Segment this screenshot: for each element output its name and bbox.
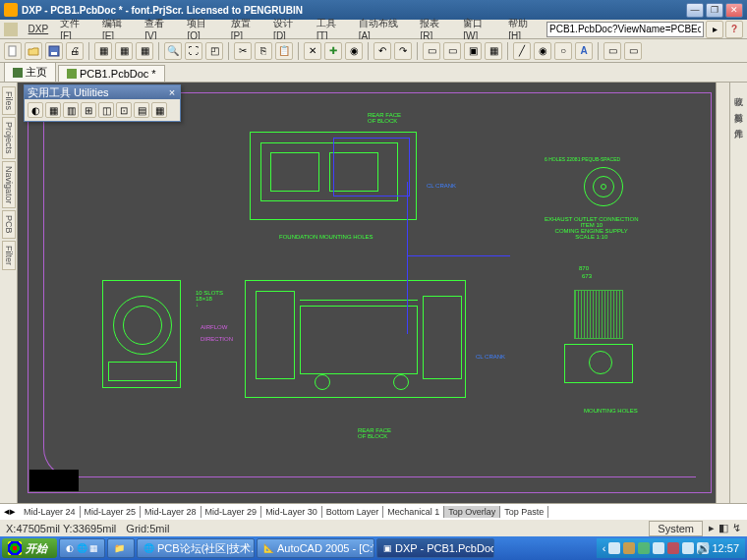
minimize-button[interactable]: — <box>686 3 704 18</box>
tray-clock[interactable]: 12:57 <box>712 542 739 554</box>
tray-chevron-icon[interactable]: ‹ <box>603 542 606 554</box>
pcb-canvas[interactable]: 实用工具 Utilities× ◐ ▦ ▥ ⊞ ◫ ⊡ ▤ ▦ REA <box>18 83 729 503</box>
line-icon[interactable]: ╱ <box>513 42 531 60</box>
menu-dxp[interactable]: DXP <box>24 22 54 36</box>
windows-logo-icon <box>8 541 22 555</box>
tab-pcbdoc[interactable]: PCB1.PcbDoc * <box>58 65 165 82</box>
label-mounting-holes: MOUNTING HOLES <box>584 408 638 414</box>
util-icon[interactable]: ▥ <box>63 102 79 118</box>
drawing-flange-circle <box>584 167 623 206</box>
drawing-end-view <box>554 280 653 398</box>
maximize-button[interactable]: ❐ <box>706 3 723 18</box>
app-icon <box>4 3 18 17</box>
tray-icon[interactable] <box>667 542 679 554</box>
drawing-side-view <box>245 280 466 398</box>
rect-icon[interactable]: ▭ <box>603 42 621 60</box>
close-button[interactable]: ✕ <box>725 3 743 18</box>
lefttab-files[interactable]: Files <box>2 86 16 115</box>
save-icon[interactable] <box>45 42 63 60</box>
via-icon[interactable]: ◉ <box>534 42 551 60</box>
pad-icon[interactable]: ○ <box>554 42 572 60</box>
zoom-area-icon[interactable]: ◰ <box>205 42 223 60</box>
layertab[interactable]: Mechanical 1 <box>383 506 444 518</box>
cross-icon[interactable]: ✕ <box>304 42 321 60</box>
tool-icon[interactable]: ◉ <box>345 42 363 60</box>
label-rear-face: REAR FACE OF BLOCK <box>368 112 401 124</box>
tool-icon[interactable]: ▦ <box>94 42 112 60</box>
tray-icon[interactable] <box>623 542 635 554</box>
copy-icon[interactable]: ⎘ <box>255 42 272 60</box>
open-go-button[interactable]: ▸ <box>706 21 723 38</box>
zoom-icon[interactable]: 🔍 <box>164 42 182 60</box>
status-mask-icon[interactable]: ◧ <box>718 522 728 534</box>
tray-icon[interactable] <box>608 542 620 554</box>
tray-icon[interactable] <box>653 542 664 554</box>
lefttab-pcb[interactable]: PCB <box>2 210 16 239</box>
layertab[interactable]: Bottom Layer <box>322 506 384 518</box>
zoom-fit-icon[interactable]: ⛶ <box>185 42 202 60</box>
util-icon[interactable]: ▦ <box>45 102 61 118</box>
righttab-clipboard[interactable]: 剪贴板 <box>731 102 746 110</box>
layertab[interactable]: Mid-Layer 29 <box>201 506 262 518</box>
util-icon[interactable]: ◫ <box>98 102 114 118</box>
layertab[interactable]: Mid-Layer 28 <box>141 506 201 518</box>
menu-bar: DXP 文件[F] 编辑[E] 查看[V] 项目[O] 放置[P] 设计[D] … <box>0 20 747 39</box>
system-tray[interactable]: ‹ 🔊 12:57 <box>597 538 745 558</box>
layertab[interactable]: Mid-Layer 30 <box>261 506 322 518</box>
lefttab-projects[interactable]: Projects <box>2 117 16 159</box>
taskbar-item[interactable]: 🌐PCB论坛(社区|技术... <box>137 538 255 558</box>
tool-icon[interactable]: ▭ <box>443 42 461 60</box>
taskbar-item[interactable]: 📁 <box>107 538 135 558</box>
open-icon[interactable] <box>25 42 42 60</box>
document-tabs: 主页 PCB1.PcbDoc * <box>0 63 747 83</box>
plus-icon[interactable]: ✚ <box>324 42 342 60</box>
righttab-favorites[interactable]: 收藏 <box>731 86 746 94</box>
new-icon[interactable] <box>4 42 22 60</box>
taskbar-item-active[interactable]: ▣DXP - PCB1.PcbDoc * - f... <box>376 538 494 558</box>
undo-icon[interactable]: ↶ <box>374 42 391 60</box>
tray-icon[interactable] <box>638 542 650 554</box>
tool-icon[interactable]: ▦ <box>115 42 133 60</box>
vertical-scrollbar[interactable] <box>716 83 729 503</box>
tab-home[interactable]: 主页 <box>4 62 56 82</box>
util-icon[interactable]: ▤ <box>134 102 149 118</box>
util-icon[interactable]: ◐ <box>28 102 43 118</box>
start-button[interactable]: 开始 <box>2 538 57 558</box>
quicklaunch[interactable]: ◐ 🌐 ▦ <box>59 538 105 558</box>
layertab[interactable]: Mid-Layer 24 <box>20 506 81 518</box>
utilities-toolbar[interactable]: 实用工具 Utilities× ◐ ▦ ▥ ⊞ ◫ ⊡ ▤ ▦ <box>24 84 181 122</box>
text-icon[interactable]: A <box>575 42 593 60</box>
label-dim673: 673 <box>582 273 592 279</box>
drawing-radiator <box>102 280 181 388</box>
paste-icon[interactable]: 📋 <box>275 42 293 60</box>
open-help-button[interactable]: ? <box>725 21 743 38</box>
tool-icon[interactable]: ▭ <box>423 42 440 60</box>
lefttab-navigator[interactable]: Navigator <box>2 161 16 209</box>
tool-icon[interactable]: ▦ <box>136 42 153 60</box>
status-arrow-icon[interactable]: ▸ <box>709 522 715 534</box>
label-exhaust: EXHAUST OUTLET CONNECTION ITEM 10 COMING… <box>545 216 638 240</box>
open-document-field[interactable] <box>546 22 704 37</box>
util-icon[interactable]: ▦ <box>151 102 167 118</box>
taskbar-item[interactable]: 📐AutoCAD 2005 - [C:\Doc... <box>257 538 374 558</box>
utilities-close-icon[interactable]: × <box>167 86 177 98</box>
label-slots: 10 SLOTS 18×18 ↓ <box>196 290 223 308</box>
tool-icon[interactable]: ▣ <box>464 42 482 60</box>
grid-icon[interactable]: ▦ <box>485 42 502 60</box>
left-panel-tabs: Files Projects Navigator PCB Filter <box>0 83 18 503</box>
tray-volume-icon[interactable]: 🔊 <box>697 542 709 554</box>
redo-icon[interactable]: ↷ <box>394 42 412 60</box>
util-icon[interactable]: ⊞ <box>81 102 96 118</box>
util-icon[interactable]: ⊡ <box>116 102 132 118</box>
layertab-active[interactable]: Top Overlay <box>444 506 500 518</box>
layertab[interactable]: Top Paste <box>500 506 548 518</box>
status-clear-icon[interactable]: ↯ <box>732 522 741 534</box>
righttab-libraries[interactable]: 元件库 <box>731 118 746 126</box>
layertab[interactable]: Mid-Layer 25 <box>81 506 142 518</box>
cut-icon[interactable]: ✂ <box>234 42 252 60</box>
tool-icon[interactable]: ▭ <box>624 42 642 60</box>
tray-icon[interactable] <box>682 542 694 554</box>
status-system[interactable]: System <box>649 521 703 536</box>
print-icon[interactable]: 🖨 <box>66 42 84 60</box>
lefttab-filter[interactable]: Filter <box>2 241 16 270</box>
